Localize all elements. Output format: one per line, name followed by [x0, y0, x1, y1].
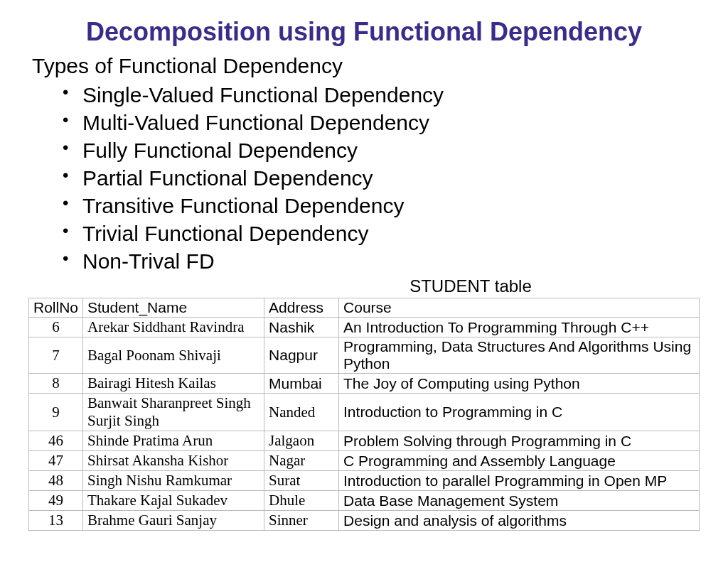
- cell-rollno: 47: [29, 451, 83, 471]
- table-row: 8Bairagi Hitesh KailasMumbaiThe Joy of C…: [29, 374, 700, 394]
- cell-address: Dhule: [264, 491, 339, 511]
- table-row: 46Shinde Pratima ArunJalgaonProblem Solv…: [29, 431, 700, 451]
- list-item: Fully Functional Dependency: [63, 136, 700, 164]
- cell-rollno: 8: [29, 374, 83, 394]
- cell-course: Problem Solving through Programming in C: [339, 431, 700, 451]
- cell-address: Surat: [264, 471, 339, 491]
- cell-rollno: 7: [29, 337, 83, 374]
- cell-address: Nanded: [264, 394, 339, 431]
- cell-address: Sinner: [264, 511, 339, 531]
- cell-course: Design and analysis of algorithms: [339, 511, 700, 531]
- cell-rollno: 49: [29, 491, 83, 511]
- cell-course: The Joy of Computing using Python: [339, 374, 700, 394]
- list-item: Multi-Valued Functional Dependency: [63, 109, 700, 136]
- header-course: Course: [339, 298, 700, 318]
- table-row: 6Arekar Siddhant RavindraNashikAn Introd…: [29, 318, 700, 337]
- cell-name: Shirsat Akansha Kishor: [83, 451, 264, 471]
- cell-address: Nagpur: [264, 337, 339, 374]
- subtitle: Types of Functional Dependency: [28, 54, 700, 78]
- cell-course: Data Base Management System: [339, 491, 700, 511]
- list-item: Transitive Functional Dependency: [63, 192, 700, 220]
- cell-name: Banwait Sharanpreet Singh Surjit Singh: [83, 394, 264, 431]
- cell-rollno: 46: [29, 431, 83, 451]
- page-title: Decomposition using Functional Dependenc…: [28, 17, 700, 47]
- cell-rollno: 6: [29, 318, 83, 337]
- cell-course: Introduction to parallel Programming in …: [339, 471, 700, 491]
- types-list: Single-Valued Functional Dependency Mult…: [28, 81, 700, 275]
- cell-address: Nagar: [264, 451, 339, 471]
- cell-course: Programming, Data Structures And Algorit…: [339, 337, 700, 374]
- cell-name: Arekar Siddhant Ravindra: [83, 318, 264, 337]
- cell-course: Introduction to Programming in C: [339, 394, 700, 431]
- cell-name: Brahme Gauri Sanjay: [83, 511, 264, 531]
- list-item: Non-Trival FD: [63, 247, 700, 275]
- cell-course: C Programming and Assembly Language: [339, 451, 700, 471]
- table-header-row: RollNo Student_Name Address Course: [29, 298, 700, 318]
- table-row: 47Shirsat Akansha KishorNagarC Programmi…: [29, 451, 700, 471]
- list-item: Partial Functional Dependency: [63, 164, 700, 192]
- header-rollno: RollNo: [29, 298, 83, 318]
- cell-rollno: 48: [29, 471, 83, 491]
- cell-name: Shinde Pratima Arun: [83, 431, 264, 451]
- table-row: 7Bagal Poonam ShivajiNagpurProgramming, …: [29, 337, 700, 374]
- table-row: 13Brahme Gauri SanjaySinnerDesign and an…: [29, 511, 700, 531]
- cell-address: Mumbai: [264, 374, 339, 394]
- student-table: RollNo Student_Name Address Course 6Arek…: [28, 298, 700, 531]
- cell-course: An Introduction To Programming Through C…: [339, 318, 700, 337]
- table-title: STUDENT table: [28, 276, 700, 296]
- cell-name: Thakare Kajal Sukadev: [83, 491, 264, 511]
- cell-rollno: 9: [29, 394, 83, 431]
- cell-name: Bairagi Hitesh Kailas: [83, 374, 264, 394]
- cell-rollno: 13: [29, 511, 83, 531]
- cell-name: Singh Nishu Ramkumar: [83, 471, 264, 491]
- cell-address: Jalgaon: [264, 431, 339, 451]
- cell-name: Bagal Poonam Shivaji: [83, 337, 264, 374]
- list-item: Trivial Functional Dependency: [63, 220, 700, 247]
- header-name: Student_Name: [83, 298, 264, 318]
- table-row: 48Singh Nishu RamkumarSuratIntroduction …: [29, 471, 700, 491]
- list-item: Single-Valued Functional Dependency: [63, 81, 700, 109]
- cell-address: Nashik: [264, 318, 339, 337]
- table-row: 9Banwait Sharanpreet Singh Surjit SinghN…: [29, 394, 700, 431]
- header-address: Address: [264, 298, 339, 318]
- table-row: 49Thakare Kajal SukadevDhuleData Base Ma…: [29, 491, 700, 511]
